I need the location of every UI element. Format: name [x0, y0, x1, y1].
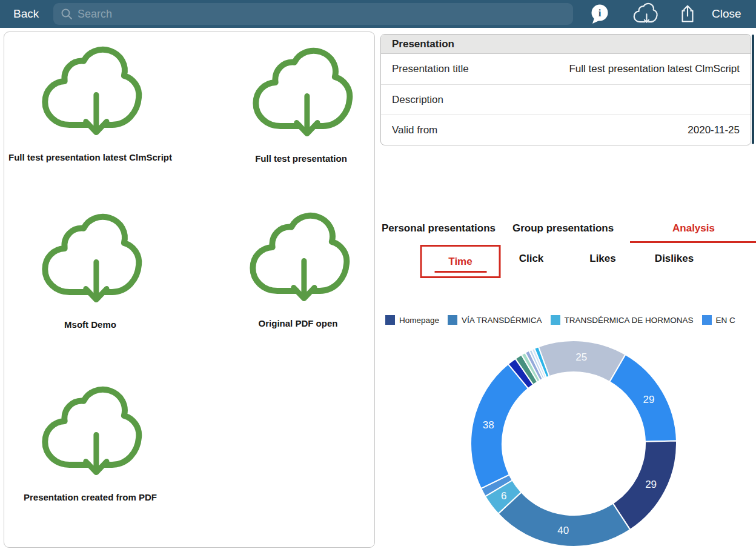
- detail-value: Full test presentation latest ClmScript: [569, 63, 740, 75]
- cloud-download-icon: [244, 207, 353, 310]
- time-analysis-donut-chart: 25292940638: [380, 330, 756, 549]
- subtab-time[interactable]: Time: [420, 245, 501, 278]
- detail-label: Valid from: [392, 124, 437, 136]
- library-item[interactable]: Full test presentation: [216, 42, 386, 164]
- donut-value-label: 38: [483, 419, 494, 431]
- legend-swatch: [702, 315, 712, 325]
- search-icon: [61, 8, 73, 20]
- detail-row: Description: [381, 84, 751, 115]
- donut-value-label: 25: [575, 351, 587, 363]
- back-button[interactable]: Back: [13, 0, 39, 28]
- top-navigation-bar: Back i Close: [0, 0, 756, 28]
- detail-row: Valid from2020-11-25: [381, 115, 751, 145]
- info-bubble-icon: i: [589, 3, 610, 25]
- close-button[interactable]: Close: [712, 0, 741, 28]
- subtab-dislikes[interactable]: Dislikes: [655, 253, 694, 265]
- share-icon: [678, 2, 697, 25]
- search-field[interactable]: [53, 3, 573, 25]
- library-item-label: Full test presentation latest ClmScript: [5, 152, 175, 162]
- library-item[interactable]: Original PDF open: [213, 207, 383, 328]
- tab-analysis[interactable]: Analysis: [631, 222, 756, 235]
- donut-value-label: 40: [557, 525, 569, 536]
- presentation-details-card: Presentation Presentation titleFull test…: [380, 34, 751, 145]
- donut-value-label: 29: [645, 479, 657, 490]
- library-item[interactable]: Presentation created from PDF: [5, 381, 175, 502]
- svg-text:i: i: [598, 7, 602, 19]
- legend-item[interactable]: TRANSDÉRMICA DE HORMONAS: [551, 315, 694, 325]
- active-tab-underline: [630, 241, 756, 243]
- scrollbar[interactable]: [752, 35, 754, 144]
- legend-swatch: [448, 315, 457, 325]
- legend-label: EN C: [716, 316, 735, 325]
- legend-swatch: [551, 315, 560, 325]
- library-item-label: Presentation created from PDF: [5, 492, 175, 502]
- presentation-library-panel: Full test presentation latest ClmScript …: [4, 32, 375, 548]
- library-item-label: Original PDF open: [213, 318, 383, 328]
- tab-personal-presentations[interactable]: Personal presentations: [382, 222, 496, 235]
- details-header: Presentation: [381, 35, 751, 54]
- legend-label: Homepage: [399, 316, 439, 325]
- cloud-download-icon: [36, 41, 145, 144]
- legend-swatch: [385, 315, 395, 325]
- detail-label: Presentation title: [392, 63, 469, 75]
- detail-value: 2020-11-25: [688, 124, 740, 136]
- detail-row: Presentation titleFull test presentation…: [381, 54, 751, 84]
- detail-label: Description: [392, 94, 443, 106]
- search-input[interactable]: [78, 8, 550, 21]
- legend-item[interactable]: Homepage: [385, 315, 439, 325]
- donut-value-label: 6: [501, 490, 506, 502]
- chart-legend: HomepageVÍA TRANSDÉRMICATRANSDÉRMICA DE …: [385, 313, 756, 327]
- donut-segment-vía-transdérmica: [498, 492, 630, 547]
- share-button[interactable]: [674, 0, 701, 28]
- legend-label: VÍA TRANSDÉRMICA: [462, 316, 542, 325]
- cloud-download-button[interactable]: [632, 0, 658, 28]
- subtab-click[interactable]: Click: [519, 253, 544, 265]
- donut-segment: [471, 364, 528, 488]
- info-bubble-button[interactable]: i: [586, 0, 613, 28]
- donut-value-label: 29: [643, 394, 654, 405]
- cloud-download-icon: [247, 42, 356, 145]
- legend-label: TRANSDÉRMICA DE HORMONAS: [565, 316, 694, 325]
- library-item[interactable]: Msoft Demo: [5, 208, 175, 330]
- library-item-label: Msoft Demo: [5, 319, 175, 330]
- cloud-download-icon: [36, 208, 145, 311]
- cloud-download-icon: [632, 2, 658, 26]
- tab-group-presentations[interactable]: Group presentations: [512, 222, 614, 235]
- legend-item[interactable]: EN C: [702, 315, 735, 325]
- subtab-likes[interactable]: Likes: [589, 253, 615, 265]
- legend-item[interactable]: VÍA TRANSDÉRMICA: [448, 315, 542, 325]
- library-item[interactable]: Full test presentation latest ClmScript: [5, 41, 175, 162]
- app-window: Back i Close: [0, 0, 756, 549]
- cloud-download-icon: [36, 381, 145, 484]
- library-item-label: Full test presentation: [216, 153, 386, 164]
